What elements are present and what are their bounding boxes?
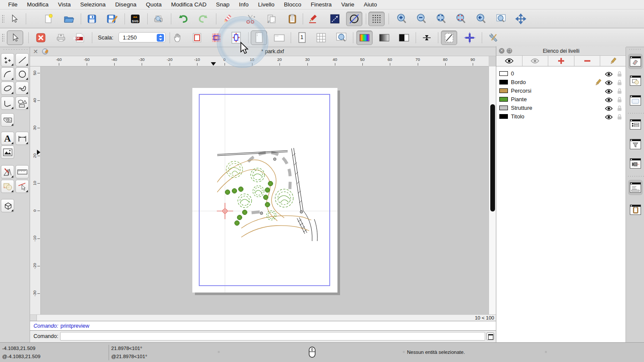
add-layer-button[interactable] [548,56,574,66]
toolbar-handle[interactable] [2,33,4,42]
dock-handle[interactable] [629,48,642,50]
settings-button[interactable] [486,30,502,45]
layer-lock-icon[interactable] [617,105,622,113]
print-button[interactable] [53,30,69,45]
drawing-canvas[interactable] [41,66,489,314]
menu-modifica-cad[interactable]: Modifica CAD [166,1,211,8]
zoom-selection-button[interactable] [453,12,469,26]
menu-finestra[interactable]: Finestra [306,1,337,8]
grayscale-mode-button[interactable] [376,30,392,45]
new-file-button[interactable] [40,12,57,26]
stepper-icon[interactable] [157,34,164,42]
command-input[interactable] [60,332,485,341]
open-file-button[interactable] [61,12,77,26]
blackwhite-mode-button[interactable] [396,30,412,45]
layer-row-5[interactable]: Titolo [496,112,626,121]
hide-all-layers-button[interactable] [522,56,549,66]
layer-row-3[interactable]: Piante [496,95,626,104]
close-print-preview-button[interactable] [33,30,49,45]
layer-visible-icon[interactable] [605,114,613,121]
horizontal-scrollbar[interactable]: 10 < 100 [30,314,496,321]
block-list-panel-button[interactable] [628,73,643,88]
pointer-tool-button-2[interactable] [7,30,23,45]
menu-info[interactable]: Info [234,1,254,8]
cut-button[interactable]: + [243,12,259,26]
grid-toggle-button[interactable] [368,12,385,26]
multi-page-button[interactable] [313,30,329,45]
single-page-button[interactable]: 1 [294,30,310,45]
layer-lock-icon[interactable] [617,79,622,87]
zoom-in-button[interactable] [394,12,410,26]
layer-color-swatch[interactable] [499,106,508,110]
layer-visible-icon[interactable] [605,97,613,104]
arc-tool-button[interactable] [1,67,14,81]
polyline-tool-button[interactable] [1,97,14,110]
hatch-tool-button[interactable] [1,113,14,127]
layer-row-4[interactable]: Strutture [496,104,626,112]
measure-distance-button[interactable] [327,12,343,26]
svg-export-button[interactable]: SVG [127,12,143,26]
zoom-out-button[interactable] [413,12,430,26]
layer-lock-icon[interactable] [617,97,622,104]
save-button[interactable] [84,12,100,26]
menu-aiuto[interactable]: Aiuto [359,1,382,8]
ellipse-tool-button[interactable] [1,81,14,95]
save-as-button[interactable] [104,12,120,26]
layer-visible-icon[interactable] [605,88,613,96]
solid-3d-tool-button[interactable] [1,199,14,212]
menu-blocco[interactable]: Blocco [279,1,306,8]
layer-row-1[interactable]: Bordo [496,78,626,87]
shape-tool-button[interactable] [15,97,29,110]
show-all-layers-button[interactable] [496,56,522,66]
copy-button[interactable]: + [264,12,280,26]
portrait-button[interactable] [251,30,267,45]
vertical-scrollbar[interactable] [489,66,496,314]
image-tool-button[interactable] [1,145,14,159]
layer-color-swatch[interactable] [499,80,508,84]
library-browser-panel-button[interactable] [628,156,643,171]
menu-varie[interactable]: Varie [337,1,359,8]
color-mode-button[interactable] [356,30,373,45]
pan-hand-button[interactable] [170,30,186,45]
menu-file[interactable]: File [3,1,22,8]
scrollbar-thumb[interactable] [490,104,495,211]
layer-visible-icon[interactable] [605,71,613,78]
command-line-panel-button[interactable] [628,180,643,195]
command-options-button[interactable] [486,332,494,340]
line-tool-button[interactable] [15,53,29,66]
menu-modifica[interactable]: Modifica [22,1,53,8]
menu-disegna[interactable]: Disegna [110,1,141,8]
menu-snap[interactable]: Snap [211,1,234,8]
draft-mode-button[interactable] [441,30,457,45]
zoom-auto-button[interactable] [433,12,450,26]
property-editor-panel-button[interactable] [628,117,643,132]
scale-select[interactable]: 1:250 [118,32,166,42]
landscape-button[interactable] [271,30,288,45]
layer-color-swatch[interactable] [499,114,508,119]
view-list-panel-button[interactable] [628,93,643,108]
layer-color-swatch[interactable] [499,88,508,93]
tab-close-icon[interactable]: ✕ [33,48,38,55]
print-preview-button[interactable] [150,12,167,26]
clipboard-panel-button[interactable] [628,202,643,217]
dimension-tool-button[interactable] [15,132,29,145]
circle-line-toggle-button[interactable] [346,12,362,26]
undo-button[interactable] [175,12,191,26]
menu-vista[interactable]: Vista [53,1,76,8]
layer-color-swatch[interactable] [499,97,508,102]
layer-lock-icon[interactable] [617,71,622,78]
pan-button[interactable] [513,12,529,26]
menu-seleziona[interactable]: Seleziona [76,1,110,8]
layer-visible-icon[interactable] [605,105,613,113]
paste-button[interactable] [284,12,301,26]
pdf-export-button[interactable]: PDF [72,30,88,45]
paper-border-button[interactable] [189,30,205,45]
pointer-tool-button[interactable] [6,12,22,26]
text-tool-button[interactable]: A [1,132,14,145]
edit-layer-button[interactable] [600,56,626,66]
draft-tools-button[interactable] [1,165,14,178]
layer-row-2[interactable]: Percorsi [496,87,626,95]
spline-tool-button[interactable] [15,81,29,95]
delete-button[interactable] [219,12,236,26]
layer-row-0[interactable]: 0 [496,69,626,78]
